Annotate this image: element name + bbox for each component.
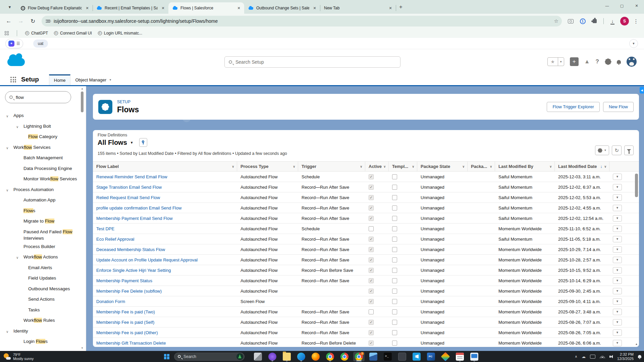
tree-item-label[interactable]: Migrate to Flow (23, 218, 56, 224)
list-settings-button[interactable]: ▼ (595, 145, 609, 155)
flow-label-link[interactable]: Relied Request Email Send Flow (96, 195, 160, 200)
table-row[interactable]: Test DPE Autolaunched Flow Schedule ✓ ✓ … (93, 224, 639, 234)
tab-close-icon[interactable]: ✕ (388, 5, 393, 11)
sidebar-tree-item[interactable]: ∨ Monitor Workflow Services (0, 174, 78, 184)
row-actions-button[interactable]: ▼ (613, 288, 622, 294)
tree-item-label[interactable]: Field Updates (28, 275, 57, 281)
chevron-down-icon[interactable]: ∨ (293, 165, 295, 168)
sidebar-scroll-thumb[interactable] (81, 92, 84, 112)
tree-item-label[interactable]: Send Actions (28, 296, 56, 302)
table-row[interactable]: Renewal Reminder Send Email Flow Autolau… (93, 172, 639, 182)
tree-item-label[interactable]: Lightning Bolt (23, 123, 52, 129)
tree-item-label[interactable]: Workflow Actions (23, 254, 59, 260)
sidebar-tree-item[interactable]: ∨ Lightning Bolt (0, 121, 78, 132)
back-icon[interactable]: ← (3, 16, 14, 26)
table-row[interactable]: Membership Fee is paid (Two) Autolaunche… (93, 307, 639, 317)
tree-item-label[interactable]: Flow Category (28, 133, 59, 140)
table-scrollbar[interactable]: ▲ (635, 172, 638, 346)
tab-object-manager[interactable]: Object Manager▼ (70, 74, 116, 85)
chevron-down-icon[interactable]: ∨ (604, 165, 606, 168)
bookmark-item[interactable]: ✳ Login URL mismatc... (98, 31, 142, 36)
table-row[interactable]: Membership Fee Delete (subflow) Autolaun… (93, 286, 639, 296)
chevron-down-icon[interactable]: ∨ (462, 165, 465, 168)
tree-item-label[interactable]: Batch Management (23, 155, 64, 161)
table-row[interactable]: Relied Request Email Send Flow Autolaunc… (93, 192, 639, 203)
firefox-icon[interactable] (310, 352, 321, 361)
scroll-down-icon[interactable]: ▼ (80, 346, 84, 350)
address-bar[interactable]: isijoftoronto--uat.sandbox.my.salesforce… (42, 16, 562, 26)
bookmark-item[interactable]: ✳ Connect Gmail UI (54, 31, 92, 36)
sidebar-tree-item[interactable]: ∨ Apps (0, 110, 78, 121)
extensions-icon[interactable] (593, 19, 597, 23)
table-row[interactable]: Membership Payment Email Send Flow Autol… (93, 213, 639, 224)
tree-item-label[interactable]: Email Alerts (28, 264, 53, 271)
pin-list-view-button[interactable] (139, 138, 147, 147)
tab-search-icon[interactable]: ▼ (5, 2, 15, 12)
flow-label-link[interactable]: Renewal Reminder Send Email Flow (96, 174, 167, 179)
refresh-button[interactable]: ↻ (612, 145, 622, 155)
row-actions-button[interactable]: ▼ (613, 174, 622, 180)
list-view-name[interactable]: All Flows (98, 139, 127, 146)
tv-app-icon[interactable] (469, 352, 480, 361)
table-row[interactable]: Membership Fee is paid (Self) Autolaunch… (93, 317, 639, 327)
keyboard-layout-icon[interactable] (590, 355, 595, 359)
browser-tab[interactable]: Flows | Salesforce ✕ (168, 2, 244, 14)
table-row[interactable]: Membership Gift Transaction Delete Autol… (93, 338, 639, 347)
table-row[interactable]: Update Account on Profile Update Request… (93, 255, 639, 265)
flow-label-link[interactable]: Enforce Single Active Hijri Year Setting (96, 268, 171, 273)
table-row[interactable]: profile update confirmation Email Send F… (93, 203, 639, 213)
edge-icon[interactable] (296, 352, 307, 361)
bookmark-item[interactable]: ✳ ChatGPT (25, 31, 48, 36)
flow-label-link[interactable]: Update Account on Profile Update Request… (96, 257, 198, 262)
setup-search-box[interactable]: Search Setup (224, 56, 400, 68)
browser-menu-icon[interactable]: ⋮ (631, 18, 641, 24)
tree-item-label[interactable]: Paused And Failed Flow Interviews (23, 229, 78, 241)
row-actions-button[interactable]: ▼ (613, 226, 622, 232)
sidebar-tree-item[interactable]: ∨ Field Updates (0, 273, 78, 284)
setup-gear-icon[interactable] (605, 59, 611, 65)
row-actions-button[interactable]: ▼ (613, 298, 622, 305)
table-column-header[interactable]: Trigger ∨ (298, 162, 365, 171)
browser-profile-avatar[interactable]: S (620, 17, 629, 25)
chevron-down-icon[interactable]: ∨ (16, 254, 23, 261)
sidebar-tree-item[interactable]: ∨ Tasks (0, 305, 78, 315)
row-actions-button[interactable]: ▼ (613, 267, 622, 274)
diamond-app-icon[interactable] (440, 352, 451, 361)
trailhead-icon[interactable]: ▲ (584, 58, 590, 65)
quick-create-icon[interactable]: + (570, 57, 579, 66)
workspace-caret-button[interactable]: ▼ (629, 39, 638, 48)
bookmark-star-icon[interactable]: ☆ (554, 18, 558, 24)
media-app-icon[interactable] (368, 352, 379, 361)
table-row[interactable]: Eco Relief Approval Autolaunched Flow Re… (93, 234, 639, 244)
flow-label-link[interactable]: Membership Gift Transaction Delete (96, 341, 166, 346)
sidebar-tree-item[interactable]: ∨ Flows (0, 205, 78, 216)
chevron-down-icon[interactable]: ∨ (6, 186, 13, 193)
taskbar-clock[interactable]: 2:32 PM 12/3/2025 (617, 352, 634, 361)
window-minimize-button[interactable]: — (600, 0, 614, 11)
sidebar-tree-item[interactable]: ∨ Send Actions (0, 294, 78, 305)
flow-trigger-explorer-button[interactable]: Flow Trigger Explorer (547, 102, 600, 112)
table-row[interactable]: Membership Payment Status Autolaunched F… (93, 276, 639, 286)
flow-label-link[interactable]: profile update confirmation Email Send F… (96, 205, 181, 210)
downloads-icon[interactable]: ↓ (609, 18, 615, 24)
chrome-active-icon[interactable]: S (353, 352, 365, 361)
onedrive-icon[interactable]: ☁ (582, 354, 586, 359)
row-actions-button[interactable]: ▼ (613, 319, 622, 325)
window-maximize-button[interactable]: ▢ (614, 0, 629, 11)
help-icon[interactable]: ? (596, 58, 599, 65)
flow-label-link[interactable]: Stage Transition Email Send Flow (96, 185, 162, 190)
row-actions-button[interactable]: ▼ (613, 340, 622, 346)
favorites-star-icon[interactable]: ★ (548, 58, 558, 66)
taskbar-search[interactable]: Search (174, 353, 245, 361)
chevron-down-icon[interactable]: ∨ (6, 144, 13, 151)
start-button[interactable] (164, 354, 169, 359)
panel-collapse-arrow[interactable]: ◀ (640, 87, 644, 94)
browser-tab[interactable]: Recent | Email Templates | Sales ✕ (93, 2, 168, 14)
sidebar-tree-item[interactable]: ∨ Login Flows (0, 336, 78, 347)
flow-label-link[interactable]: Membership Fee is paid (Other) (96, 330, 158, 335)
table-column-header[interactable]: Flow Label ∨ (93, 162, 237, 171)
row-actions-button[interactable]: ▼ (613, 246, 622, 253)
table-column-header[interactable]: Process Type ∨ (237, 162, 298, 171)
row-actions-button[interactable]: ▼ (613, 205, 622, 211)
scroll-down-icon[interactable]: ▲ (635, 343, 638, 346)
